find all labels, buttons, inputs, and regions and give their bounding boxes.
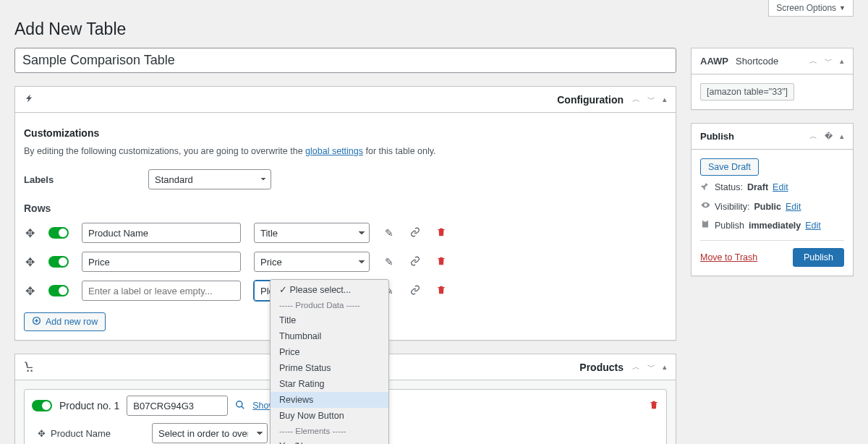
toggle-box-icon[interactable]: ▴ <box>840 132 844 141</box>
plus-circle-icon <box>32 316 41 328</box>
pencil-icon[interactable]: ✎ <box>383 227 396 239</box>
row-toggle[interactable] <box>48 256 69 268</box>
row-label-input[interactable] <box>82 252 241 272</box>
chevron-down-icon: ▼ <box>839 4 846 12</box>
toggle-box-icon[interactable]: ▴ <box>840 56 844 66</box>
page-title: Add New Table <box>14 20 854 39</box>
move-down-icon[interactable]: ﹀ <box>647 362 655 372</box>
pencil-icon[interactable]: ✎ <box>383 256 396 268</box>
link-icon[interactable] <box>409 227 422 239</box>
tab-shortcode[interactable]: Shortcode <box>736 56 778 67</box>
product-toggle[interactable] <box>32 400 52 411</box>
row-label-input[interactable] <box>82 281 241 301</box>
customizations-heading: Customizations <box>24 127 667 139</box>
move-up-icon[interactable]: ︿ <box>632 362 640 372</box>
row-entry: ✥ Price ✎ <box>24 252 667 272</box>
global-settings-link[interactable]: global settings <box>305 146 363 156</box>
search-icon[interactable] <box>235 400 245 412</box>
edit-schedule-link[interactable]: Edit <box>805 220 821 233</box>
move-to-trash-link[interactable]: Move to Trash <box>700 252 757 262</box>
tab-aawp[interactable]: AAWP <box>700 56 728 67</box>
row-label-input[interactable] <box>82 223 241 243</box>
row-type-select[interactable]: Price <box>254 252 370 272</box>
product-asin-input[interactable] <box>127 396 228 416</box>
drag-handle-icon[interactable]: ✥ <box>24 255 35 269</box>
product-item-title: Product no. 1 <box>59 400 119 411</box>
toggle-box-icon[interactable]: ▴ <box>663 95 667 104</box>
calendar-icon <box>700 219 710 232</box>
edit-status-link[interactable]: Edit <box>773 182 788 195</box>
product-detail-label: Product Name <box>51 428 152 439</box>
move-up-icon[interactable]: ︿ <box>632 94 640 105</box>
move-down-icon[interactable]: ﹀ <box>825 56 833 67</box>
screen-options-label: Screen Options <box>776 3 836 13</box>
visibility-value: Public <box>754 201 781 214</box>
move-up-icon[interactable]: ︿ <box>809 56 817 67</box>
drag-handle-icon[interactable]: ✥ <box>32 428 51 439</box>
eye-icon <box>700 200 710 213</box>
dropdown-option[interactable]: Yes/No <box>271 438 388 444</box>
dropdown-option[interactable]: Buy Now Button <box>271 408 388 424</box>
configuration-box-title: Configuration <box>557 94 624 106</box>
svg-point-1 <box>237 401 242 406</box>
dropdown-option[interactable]: Title <box>271 312 388 328</box>
dropdown-option[interactable]: Reviews <box>271 392 388 408</box>
row-type-select[interactable]: Title <box>254 223 370 243</box>
trash-icon[interactable] <box>649 400 659 412</box>
labels-label: Labels <box>24 174 140 185</box>
aawp-box: AAWP Shortcode ︿ ﹀ ▴ [amazon table="33"] <box>691 48 854 110</box>
drag-handle-icon[interactable]: ✥ <box>24 284 35 298</box>
pin-icon <box>700 182 710 195</box>
products-box-title: Products <box>579 362 624 373</box>
edit-visibility-link[interactable]: Edit <box>786 201 801 214</box>
save-draft-button[interactable]: Save Draft <box>700 158 759 176</box>
screen-options-button[interactable]: Screen Options ▼ <box>768 0 854 17</box>
dropdown-option[interactable]: Prime Status <box>271 360 388 376</box>
row-type-dropdown: Please select... ----- Product Data ----… <box>270 279 389 444</box>
add-new-row-button[interactable]: Add new row <box>24 312 106 331</box>
trash-icon[interactable] <box>435 256 448 268</box>
plug-icon <box>24 93 34 106</box>
shortcode-display[interactable]: [amazon table="33"] <box>700 83 794 101</box>
dropdown-option[interactable]: Price <box>271 344 388 360</box>
drag-handle-icon[interactable]: ✥ <box>24 226 35 240</box>
dropdown-group-label: ----- Product Data ----- <box>271 298 388 312</box>
row-entry: ✥ Please select... ✎ Please <box>24 281 667 301</box>
labels-select[interactable]: Standard <box>148 169 271 189</box>
move-down-icon[interactable]: ﹀ <box>647 94 655 105</box>
configuration-box: Configuration ︿ ﹀ ▴ Customizations By ed… <box>14 86 676 341</box>
cart-icon <box>24 361 35 374</box>
dropdown-option[interactable]: Please select... <box>271 281 388 298</box>
link-icon[interactable] <box>409 256 422 268</box>
publish-box-title: Publish <box>700 131 734 142</box>
toggle-box-icon[interactable]: ▴ <box>663 362 667 372</box>
trash-icon[interactable] <box>435 227 448 239</box>
row-toggle[interactable] <box>48 285 69 296</box>
status-value: Draft <box>747 182 768 195</box>
rows-heading: Rows <box>24 202 667 214</box>
link-icon[interactable] <box>409 285 422 297</box>
product-detail-select[interactable]: Select in order to overwrite... <box>152 423 268 443</box>
row-entry: ✥ Title ✎ <box>24 223 667 243</box>
table-title-input[interactable] <box>14 48 676 73</box>
customizations-help: By editing the following customizations,… <box>24 146 667 156</box>
row-toggle[interactable] <box>48 227 69 239</box>
publish-button[interactable]: Publish <box>793 248 844 267</box>
trash-icon[interactable] <box>435 285 448 297</box>
add-row-label: Add new row <box>46 317 98 327</box>
dropdown-option[interactable]: Thumbnail <box>271 328 388 344</box>
dropdown-option[interactable]: Star Rating <box>271 376 388 392</box>
move-down-icon[interactable]: � <box>825 132 833 141</box>
publish-box: Publish ︿ � ▴ Save Draft Status: Draft <box>691 123 854 276</box>
dropdown-group-label: ----- Elements ----- <box>271 424 388 438</box>
move-up-icon[interactable]: ︿ <box>809 131 817 142</box>
publish-time-value: immediately <box>749 220 801 233</box>
